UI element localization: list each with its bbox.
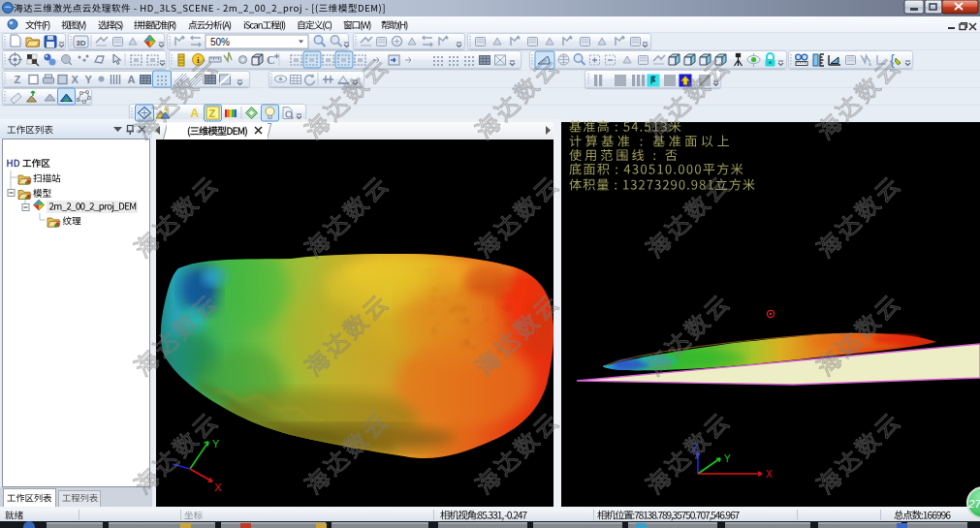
svg-text:Z: Z — [209, 108, 216, 119]
svg-text:50%: 50% — [210, 37, 230, 47]
svg-text:A: A — [128, 74, 136, 85]
svg-text:Z: Z — [15, 74, 21, 85]
svg-text:A: A — [191, 107, 200, 120]
svg-text:27: 27 — [967, 498, 980, 510]
svg-text:Y: Y — [724, 453, 731, 464]
svg-text:C: C — [267, 53, 275, 67]
svg-text:3D: 3D — [76, 39, 85, 47]
svg-text:X: X — [214, 481, 222, 493]
svg-text:s: s — [869, 61, 871, 67]
svg-text:X: X — [766, 469, 773, 480]
svg-text:X: X — [72, 74, 79, 85]
svg-text:Y: Y — [85, 74, 93, 85]
svg-text:Y: Y — [212, 438, 220, 450]
